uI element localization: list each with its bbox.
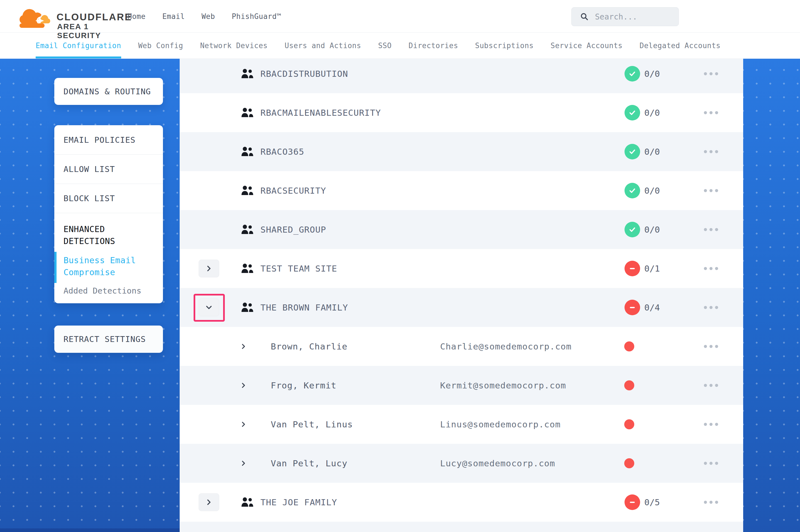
row-menu-button[interactable] [704,501,718,504]
active-item-indicator [54,252,57,283]
row-menu-button[interactable] [704,306,718,309]
member-name: Van Pelt, Linus [271,419,353,429]
domains-routing-label: DOMAINS & ROUTING [63,87,151,96]
member-count: 0/0 [644,186,660,196]
nav-home[interactable]: Home [128,12,146,21]
area1-security-app: CLOUDFLARE AREA 1 SECURITY Home Email We… [0,0,800,532]
member-count: 0/0 [644,69,660,79]
chevron-right-icon [205,499,212,506]
group-icon [241,302,254,313]
search-bar[interactable] [571,7,679,26]
group-icon [241,107,254,118]
member-email: Linus@somedemocorp.com [440,419,561,429]
row-menu-button[interactable] [704,384,718,387]
sidebar-card-retract-settings[interactable]: RETRACT SETTINGS [54,325,163,353]
row-menu-button[interactable] [704,228,718,231]
sidebar-item-business-email-compromise[interactable]: Business Email Compromise [63,254,153,278]
table-row[interactable]: RBACSECURITY 0/0 [180,171,743,210]
member-count: 0/1 [644,264,660,273]
sidebar-item-allow-list[interactable]: ALLOW LIST [54,154,163,184]
tab-delegated-accounts[interactable]: Delegated Accounts [639,33,721,58]
expand-button[interactable] [199,493,219,511]
group-name: RBACMAILENABLESECURITY [260,108,381,118]
group-icon [241,263,254,274]
status-badge-allowed [624,66,640,81]
group-icon [241,497,254,508]
member-count: 0/0 [644,108,660,118]
retract-settings-label: RETRACT SETTINGS [63,335,146,344]
table-row[interactable]: THE BROWN FAMILY 0/4 [180,288,743,327]
member-email: Lucy@somedemocorp.com [440,458,555,468]
cloudflare-cloud-icon [17,4,51,28]
member-email: Charlie@somedemocorp.com [440,341,571,352]
chevron-right-icon[interactable] [240,460,247,466]
collapse-button[interactable] [199,299,219,316]
check-icon [628,225,636,234]
row-menu-button[interactable] [704,345,718,348]
row-menu-button[interactable] [704,72,718,75]
expand-button[interactable] [199,260,219,278]
group-name: SHARED_GROUP [260,225,326,234]
sidebar-card-domains-routing[interactable]: DOMAINS & ROUTING [54,78,163,105]
member-row[interactable]: Van Pelt, Linus Linus@somedemocorp.com [180,405,743,444]
member-row[interactable]: Brown, Charlie Charlie@somedemocorp.com [180,327,743,366]
config-tabs: Email Configuration Web Config Network D… [0,33,800,59]
member-email: Kermit@somedemocorp.com [440,380,566,391]
table-row[interactable]: THE JOE FAMILY 0/5 [180,483,743,522]
group-name: RBACSECURITY [260,186,326,196]
status-badge-allowed [624,183,640,198]
group-name: RBACO365 [260,147,304,157]
chevron-right-icon[interactable] [240,343,247,349]
tab-service-accounts[interactable]: Service Accounts [551,33,622,58]
sidebar-card-email-policies: EMAIL POLICIES ALLOW LIST BLOCK LIST ENH… [54,125,163,303]
tab-subscriptions[interactable]: Subscriptions [475,33,534,58]
member-count: 0/0 [644,147,660,157]
search-input[interactable] [595,12,673,21]
check-icon [628,186,636,195]
row-menu-button[interactable] [704,189,718,192]
row-menu-button[interactable] [704,111,718,114]
group-name: THE JOE FAMILY [260,497,337,507]
enhanced-detections-heading: ENHANCED DETECTIONS [63,223,153,247]
chevron-right-icon[interactable] [240,382,247,388]
group-icon [241,185,254,196]
table-row[interactable]: RBACO365 0/0 [180,132,743,171]
tab-network-devices[interactable]: Network Devices [200,33,268,58]
nav-web[interactable]: Web [201,12,215,21]
chevron-right-icon[interactable] [240,421,247,428]
row-menu-button[interactable] [704,150,718,153]
member-name: Van Pelt, Lucy [271,458,347,468]
sidebar-item-added-detections[interactable]: Added Detections [63,286,153,296]
table-row[interactable]: SHARED_GROUP 0/0 [180,210,743,249]
top-bar: CLOUDFLARE AREA 1 SECURITY Home Email We… [0,0,800,33]
right-background-band [743,59,800,532]
minus-icon [628,498,636,507]
chevron-right-icon [205,265,212,272]
sidebar-item-block-list[interactable]: BLOCK LIST [54,184,163,213]
sidebar-item-email-policies[interactable]: EMAIL POLICIES [54,125,163,154]
member-row[interactable]: Van Pelt, Lucy Lucy@somedemocorp.com [180,444,743,483]
group-name: RBACDISTRUBUTION [260,69,348,79]
row-menu-button[interactable] [704,423,718,426]
row-menu-button[interactable] [704,462,718,465]
nav-email[interactable]: Email [162,12,185,21]
group-name: THE BROWN FAMILY [260,302,348,312]
tab-web-config[interactable]: Web Config [138,33,183,58]
tab-users-and-actions[interactable]: Users and Actions [285,33,361,58]
table-row[interactable]: RBACDISTRUBUTION 0/0 [180,59,743,93]
member-count: 0/5 [644,497,660,507]
left-sidebar-background: DOMAINS & ROUTING EMAIL POLICIES ALLOW L… [0,59,180,532]
check-icon [628,70,636,78]
tab-directories[interactable]: Directories [408,33,458,58]
table-row[interactable]: TEST TEAM SITE 0/1 [180,249,743,288]
cloudflare-logo[interactable]: CLOUDFLARE AREA 1 SECURITY [11,2,111,30]
row-menu-button[interactable] [704,267,718,270]
nav-phishguard[interactable]: PhishGuard™ [232,12,281,21]
status-badge-allowed [624,222,640,238]
tab-sso[interactable]: SSO [378,33,392,58]
member-row[interactable]: Frog, Kermit Kermit@somedemocorp.com [180,366,743,405]
check-icon [628,148,636,156]
table-row[interactable]: RBACMAILENABLESECURITY 0/0 [180,93,743,132]
brand-name: CLOUDFLARE [57,12,132,22]
status-badge-blocked [624,300,640,315]
